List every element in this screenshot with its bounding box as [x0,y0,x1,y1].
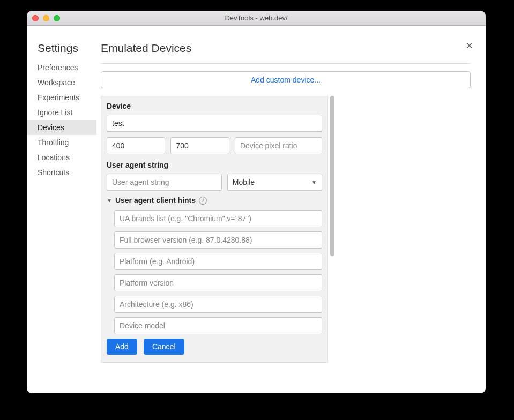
sidebar-item-experiments[interactable]: Experiments [27,90,96,105]
info-icon[interactable]: i [199,197,207,205]
sidebar-item-workspace[interactable]: Workspace [27,75,96,90]
sidebar-item-locations[interactable]: Locations [27,150,96,165]
add-button[interactable]: Add [107,339,137,355]
device-heading: Device [107,102,322,110]
ua-client-hints-label: User agent client hints [115,196,196,205]
disclosure-triangle-icon: ▼ [107,198,112,204]
device-editor: Device User agent string [101,96,328,363]
device-model-input[interactable] [114,317,322,334]
full-browser-version-input[interactable] [114,231,322,249]
architecture-input[interactable] [114,296,322,313]
device-name-input[interactable] [107,115,322,132]
ua-client-hints-toggle[interactable]: ▼ User agent client hints i [107,196,322,205]
scrollbar-thumb[interactable] [330,96,334,256]
titlebar: DevTools - web.dev/ [27,11,486,26]
user-agent-string-input[interactable] [107,174,222,191]
ua-client-hints-section [107,210,322,334]
window-title: DevTools - web.dev/ [27,14,486,22]
device-pixel-ratio-input[interactable] [235,137,322,154]
add-custom-device-button[interactable]: Add custom device... [101,71,471,88]
device-editor-wrap: Device User agent string [101,96,471,363]
close-window-icon[interactable] [32,15,39,21]
sidebar: Settings Preferences Workspace Experimen… [27,39,96,393]
ua-brands-input[interactable] [114,210,322,227]
settings-panel: ✕ Settings Preferences Workspace Experim… [27,26,486,393]
platform-input[interactable] [114,253,322,270]
minimize-window-icon[interactable] [43,15,49,21]
ua-heading: User agent string [107,161,322,169]
sidebar-title: Settings [27,42,96,60]
sidebar-item-throttling[interactable]: Throttling [27,135,96,150]
main-panel: Emulated Devices Add custom device... De… [96,39,486,393]
traffic-lights [27,15,60,21]
divider [101,63,471,64]
settings-body: Settings Preferences Workspace Experimen… [27,39,486,393]
sidebar-item-preferences[interactable]: Preferences [27,60,96,75]
device-height-input[interactable] [170,137,229,154]
sidebar-item-ignore-list[interactable]: Ignore List [27,105,96,120]
user-agent-type-select[interactable]: Mobile [227,174,322,191]
page-title: Emulated Devices [101,39,471,63]
device-width-input[interactable] [107,137,165,154]
app-window: DevTools - web.dev/ ✕ Settings Preferenc… [27,11,486,393]
sidebar-item-devices[interactable]: Devices [27,120,96,135]
platform-version-input[interactable] [114,274,322,291]
sidebar-item-shortcuts[interactable]: Shortcuts [27,165,96,180]
cancel-button[interactable]: Cancel [144,339,184,355]
zoom-window-icon[interactable] [54,15,60,21]
scrollbar[interactable] [330,96,334,363]
close-icon[interactable]: ✕ [466,42,473,50]
button-row: Add Cancel [107,339,322,355]
